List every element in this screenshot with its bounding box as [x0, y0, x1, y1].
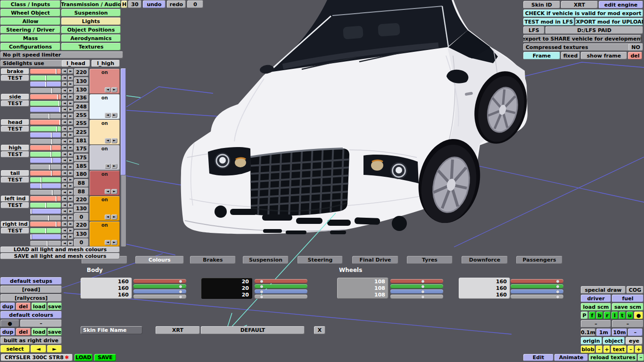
vehicle-name-field[interactable]: CRYSLER 300C STR8✱	[1, 354, 73, 361]
light-right-ind-red-slider[interactable]	[30, 222, 61, 227]
light-side-dim-inc-button[interactable]: ►	[68, 114, 74, 119]
light-left-ind-red-slider[interactable]	[30, 196, 61, 201]
wheel-colour-2-blue-slider[interactable]	[511, 289, 563, 294]
setups-save-button[interactable]: save	[48, 328, 62, 336]
export-test-mod-in-lfs-button[interactable]: TEST mod in LFS	[523, 18, 574, 25]
tab-colours[interactable]: Colours	[135, 256, 184, 264]
light-side-red-slider[interactable]	[30, 94, 61, 99]
export-check-if-vehicle-is-valid-for-mod-export-button[interactable]: CHECK if vehicle is valid for mod export	[523, 9, 643, 17]
sidelights-l-high-button[interactable]: l_high	[91, 60, 120, 67]
light-left-ind-dim-inc-button[interactable]: ►	[68, 215, 74, 221]
edit-reload-textures-button[interactable]: reload textures	[589, 354, 637, 361]
tools-10m-button[interactable]: 10m	[612, 329, 627, 336]
tools-l-button[interactable]: l	[611, 312, 618, 319]
light-tail-dim-inc-button[interactable]: ►	[68, 190, 74, 195]
tools-p-button[interactable]: P	[581, 312, 588, 319]
light-side-blue-slider[interactable]	[30, 107, 61, 112]
tab-steering[interactable]: Steering	[297, 256, 343, 264]
wheel-colour-2-green-slider[interactable]	[511, 284, 563, 288]
body-colour-1-red-slider[interactable]	[133, 279, 186, 283]
topbar-30-button[interactable]: 30	[128, 0, 141, 8]
tab-brakes[interactable]: Brakes	[190, 256, 236, 264]
light-head-red-dec-button[interactable]: ◄	[62, 120, 67, 125]
light-brake-dim-slider[interactable]	[30, 88, 61, 93]
light-tail-prev-button[interactable]: ◄	[105, 189, 111, 194]
light-head-dim-inc-button[interactable]: ►	[68, 139, 74, 144]
light-brake-blue-dec-button[interactable]: ◄	[62, 82, 67, 87]
light-high-dim-inc-button[interactable]: ►	[68, 165, 74, 170]
tools-b-button[interactable]: b	[596, 312, 603, 319]
light-high-red-slider[interactable]	[30, 145, 61, 150]
light-brake-blue-inc-button[interactable]: ►	[68, 82, 74, 87]
light-brake-green-slider[interactable]	[30, 75, 61, 81]
light-side-red-dec-button[interactable]: ◄	[62, 94, 67, 99]
lights-scrollbar-thumb[interactable]	[121, 68, 126, 175]
light-tail-red-slider[interactable]	[30, 171, 61, 176]
menu-configurations-button[interactable]: Configurations	[0, 43, 60, 50]
light-side-green-dec-button[interactable]: ◄	[62, 101, 67, 106]
light-right-ind-green-inc-button[interactable]: ►	[68, 228, 74, 233]
light-right-ind-red-inc-button[interactable]: ►	[68, 222, 74, 227]
light-right-ind-green-dec-button[interactable]: ◄	[62, 228, 67, 233]
light-left-ind-dim-slider[interactable]	[30, 215, 61, 221]
light-right-ind-button[interactable]: right ind	[1, 221, 29, 227]
skin-default-button[interactable]: DEFAULT	[201, 326, 305, 334]
export-no-button[interactable]: NO	[628, 43, 643, 51]
wheel-colour-2-dim-slider[interactable]	[511, 295, 563, 299]
light-side-blue-inc-button[interactable]: ►	[68, 107, 74, 112]
setups-load-button[interactable]: load	[32, 328, 47, 336]
light-right-ind-test-button[interactable]: TEST	[1, 228, 29, 234]
light-side-dim-dec-button[interactable]: ◄	[62, 114, 67, 119]
light-head-green-slider[interactable]	[30, 126, 61, 132]
light-left-ind-blue-dec-button[interactable]: ◄	[62, 209, 67, 214]
menu-mass-button[interactable]: Mass	[0, 34, 60, 42]
load-vehicle-button[interactable]: LOAD	[74, 354, 92, 361]
tools-f-button[interactable]: f	[589, 312, 595, 319]
tools-save-scm-button[interactable]: save scm	[612, 303, 644, 311]
light-tail-green-inc-button[interactable]: ►	[68, 177, 74, 182]
topbar-h-button[interactable]: H	[121, 0, 127, 8]
menu-lights-button[interactable]: Lights	[61, 17, 121, 25]
tab-final-drive[interactable]: Final Drive	[352, 256, 398, 264]
light-side-blue-dec-button[interactable]: ◄	[62, 107, 67, 112]
export-edit-engine-button[interactable]: edit engine	[599, 1, 643, 8]
light-left-ind-prev-button[interactable]: ◄	[105, 214, 111, 220]
setups-dup-button[interactable]: dup	[0, 303, 15, 310]
setups-load-button[interactable]: load	[32, 303, 47, 310]
setups-select-button[interactable]: select	[0, 345, 30, 353]
light-brake-green-dec-button[interactable]: ◄	[62, 75, 67, 81]
light-head-blue-slider[interactable]	[30, 132, 61, 138]
light-brake-button[interactable]: brake	[1, 68, 29, 74]
tab-downforce[interactable]: Downforce	[462, 256, 508, 264]
body-colour-1-blue-slider[interactable]	[133, 289, 186, 294]
light-high-green-inc-button[interactable]: ►	[68, 152, 74, 157]
light-side-green-slider[interactable]	[30, 101, 61, 106]
tools-driver-button[interactable]: driver	[581, 295, 611, 302]
tools-minus-button[interactable]: –	[612, 320, 644, 328]
light-right-ind-green-slider[interactable]	[30, 228, 61, 233]
tools-blob-button[interactable]: blob	[581, 346, 595, 353]
tools-special-draw-button[interactable]: special draw	[581, 286, 626, 294]
light-left-ind-green-slider[interactable]	[30, 203, 61, 208]
setups-dup-button[interactable]: dup	[0, 328, 15, 336]
light-tail-button[interactable]: tail	[1, 170, 29, 176]
light-tail-blue-slider[interactable]	[30, 183, 61, 189]
edit-edit-button[interactable]: Edit	[523, 354, 553, 361]
setups-del-button[interactable]: del	[16, 328, 31, 336]
light-tail-dim-dec-button[interactable]: ◄	[62, 190, 67, 195]
light-left-ind-test-button[interactable]: TEST	[1, 202, 29, 208]
tools-plus-button[interactable]: +	[635, 346, 642, 353]
menu-steering-driver-button[interactable]: Steering / Driver	[0, 26, 60, 33]
light-left-ind-next-button[interactable]: ►	[111, 214, 117, 220]
menu-allow-button[interactable]: Allow	[0, 17, 60, 25]
tab-tyres[interactable]: Tyres	[407, 256, 453, 264]
lights-scrollbar[interactable]	[121, 68, 126, 247]
sidelights-l-head-button[interactable]: l_head	[62, 60, 90, 67]
light-side-button[interactable]: side	[1, 94, 29, 100]
light-high-test-button[interactable]: TEST	[1, 151, 29, 157]
light-left-ind-green-inc-button[interactable]: ►	[68, 203, 74, 208]
light-head-dim-slider[interactable]	[30, 139, 61, 144]
tools-t-button[interactable]: t	[619, 312, 626, 319]
menu-aerodynamics-button[interactable]: Aerodynamics	[61, 34, 121, 42]
light-tail-blue-inc-button[interactable]: ►	[68, 183, 74, 189]
